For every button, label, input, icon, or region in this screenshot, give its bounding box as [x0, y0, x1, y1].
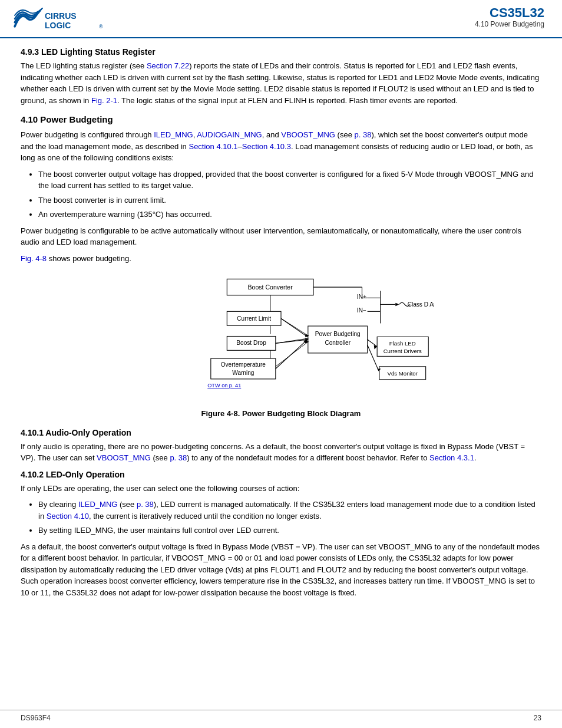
- diagram-caption: Figure 4-8. Power Budgeting Block Diagra…: [21, 408, 541, 420]
- section-410-body1: Power budgeting is configured through IL…: [21, 129, 541, 164]
- svg-text:CIRRUS: CIRRUS: [45, 11, 77, 21]
- svg-text:IN−: IN−: [357, 307, 366, 314]
- svg-text:Overtemperature: Overtemperature: [221, 361, 266, 368]
- bullet-2: The boost converter is in current limit.: [38, 195, 541, 206]
- p38-link3[interactable]: p. 38: [137, 500, 154, 509]
- section-410-body2: Power budgeting is configurable to be ac…: [21, 225, 541, 248]
- section-7-22-link[interactable]: Section 7.22: [147, 61, 189, 70]
- section-431-link[interactable]: Section 4.3.1: [429, 453, 474, 462]
- svg-text:OTW on p. 41: OTW on p. 41: [207, 383, 241, 388]
- bullet-led-2: By setting ILED_MNG, the user maintains …: [38, 525, 541, 536]
- svg-text:Current Drivers: Current Drivers: [384, 348, 422, 354]
- svg-text:Warning: Warning: [232, 370, 254, 376]
- section-4102: 4.10.2 LED-Only Operation If only LEDs a…: [21, 470, 541, 599]
- svg-text:Controller: Controller: [325, 340, 351, 346]
- fig-2-1-link[interactable]: Fig. 2-1: [91, 96, 117, 105]
- section-493: 4.9.3 LED Lighting Status Register The L…: [21, 47, 541, 106]
- header-section: 4.10 Power Budgeting: [475, 20, 544, 28]
- section-4101-link[interactable]: Section 4.10.1: [189, 142, 237, 151]
- section-493-text1: The LED lighting status register (see: [21, 61, 147, 70]
- fig-4-8-link[interactable]: Fig. 4-8: [21, 254, 47, 263]
- page: CIRRUS LOGIC ® CS35L32 4.10 Power Budget…: [0, 0, 562, 728]
- svg-text:Vds Monitor: Vds Monitor: [388, 370, 418, 377]
- iled-mng-link2[interactable]: ILED_MNG: [78, 500, 117, 509]
- section-410-title: 4.10 Power Budgeting: [21, 114, 541, 124]
- header: CIRRUS LOGIC ® CS35L32 4.10 Power Budget…: [0, 0, 562, 38]
- svg-line-38: [368, 340, 378, 347]
- header-right: CS35L32 4.10 Power Budgeting: [475, 6, 544, 28]
- section-410-fig-ref: Fig. 4-8 shows power budgeting.: [21, 253, 541, 265]
- svg-text:Boost Drop: Boost Drop: [236, 340, 266, 346]
- block-diagram-svg: Boost Converter Current Limit Boost Drop…: [128, 275, 434, 404]
- section-410-bullets: The boost converter output voltage has d…: [38, 169, 541, 220]
- svg-marker-28: [395, 303, 399, 307]
- section-4101-body: If only audio is operating, there are no…: [21, 441, 541, 464]
- bullet-1: The boost converter output voltage has d…: [38, 169, 541, 192]
- iled-mng-link1[interactable]: ILED_MNG: [154, 130, 193, 139]
- section-410: 4.10 Power Budgeting Power budgeting is …: [21, 114, 541, 420]
- svg-text:Current Limit: Current Limit: [237, 315, 271, 322]
- svg-text:®: ®: [99, 24, 103, 29]
- section-4102-bullets: By clearing ILED_MNG (see p. 38), LED cu…: [38, 499, 541, 536]
- footer-right: 23: [534, 714, 541, 722]
- footer-left: DS963F4: [21, 714, 51, 722]
- svg-text:Flash LED: Flash LED: [389, 340, 416, 347]
- content: 4.9.3 LED Lighting Status Register The L…: [0, 38, 562, 612]
- vboost-mng-link1[interactable]: VBOOST_MNG: [281, 130, 335, 139]
- svg-text:Class D Amplifier: Class D Amplifier: [408, 301, 434, 308]
- section-493-body: The LED lighting status register (see Se…: [21, 60, 541, 106]
- section-4102-title: 4.10.2 LED-Only Operation: [21, 470, 541, 479]
- cirrus-logic-logo: CIRRUS LOGIC ®: [12, 6, 106, 32]
- svg-text:LOGIC: LOGIC: [45, 21, 71, 30]
- p38-link2[interactable]: p. 38: [170, 453, 187, 462]
- svg-line-47: [276, 342, 308, 367]
- p38-link1[interactable]: p. 38: [355, 130, 372, 139]
- logo-area: CIRRUS LOGIC ®: [12, 6, 106, 32]
- svg-line-45: [281, 318, 308, 335]
- section-4101: 4.10.1 Audio-Only Operation If only audi…: [21, 428, 541, 464]
- section-4102-body2: As a default, the boost converter's outp…: [21, 541, 541, 599]
- section-4101-title: 4.10.1 Audio-Only Operation: [21, 428, 541, 437]
- svg-text:IN+: IN+: [357, 294, 366, 300]
- svg-line-46: [276, 338, 308, 343]
- svg-text:Boost Converter: Boost Converter: [248, 284, 293, 291]
- header-chip: CS35L32: [475, 6, 544, 20]
- section-493-text3: . The logic status of the signal input a…: [117, 96, 458, 105]
- vboost-mng-link2[interactable]: VBOOST_MNG: [97, 453, 151, 462]
- footer: DS963F4 23: [0, 710, 562, 722]
- section-4103-link[interactable]: Section 4.10.3: [242, 142, 291, 151]
- diagram-container: Boost Converter Current Limit Boost Drop…: [21, 275, 541, 404]
- bullet-3: An overtemperature warning (135°C) has o…: [38, 209, 541, 220]
- section-4102-body1: If only LEDs are operating, the user can…: [21, 483, 541, 495]
- section-493-title: 4.9.3 LED Lighting Status Register: [21, 47, 541, 57]
- bullet-led-1: By clearing ILED_MNG (see p. 38), LED cu…: [38, 499, 541, 522]
- audiogain-mng-link[interactable]: AUDIOGAIN_MNG: [197, 130, 262, 139]
- svg-text:Power Budgeting: Power Budgeting: [315, 331, 361, 337]
- section-410-link2[interactable]: Section 4.10: [47, 512, 89, 521]
